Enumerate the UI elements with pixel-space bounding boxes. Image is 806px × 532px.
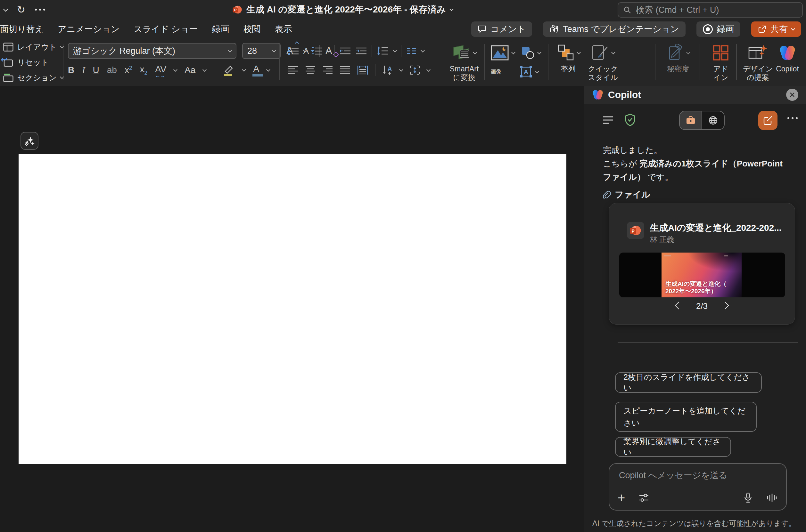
more-options-icon[interactable] [35,8,45,11]
slide-preview-strip[interactable]: 生成AIの変遷と進化（ 2022年〜2026年） [619,252,785,297]
divider [214,64,214,76]
bullets-icon[interactable] [288,46,299,56]
ai-disclaimer: AI で生成されたコンテンツは誤りを含む可能性があります。 [584,518,804,529]
highlight-color-button[interactable] [222,64,235,76]
smartart-icon [452,44,471,61]
protected-shield-icon[interactable] [624,113,636,127]
menu-icon [602,115,614,125]
divider [372,45,372,57]
distribute-text-icon[interactable] [357,65,368,75]
suggestion-add-speaker-notes[interactable]: スピーカーノートを追加してください [615,402,757,432]
record-button[interactable]: 録画 [696,21,740,37]
refresh-icon[interactable]: ↻ [17,5,25,15]
italic-button[interactable]: I [82,65,85,75]
align-center-icon[interactable] [305,65,316,75]
smartart-chevron-icon [473,50,477,54]
designer-sparkle-button[interactable] [20,132,38,150]
search-box[interactable] [618,2,803,18]
numbering-icon[interactable] [311,46,323,56]
tab-animations[interactable]: アニメーション [58,23,120,35]
line-spacing-icon[interactable] [377,46,389,56]
share-button[interactable]: 共有 [751,21,801,37]
font-color-button[interactable]: A [253,64,259,76]
picture-icon[interactable] [491,45,509,60]
next-slide-icon[interactable] [721,302,729,309]
layout-button[interactable]: レイアウト [3,40,63,54]
arrange-icon [557,44,575,61]
tab-slideshow[interactable]: スライド ショー [133,23,198,35]
search-input[interactable] [635,5,797,15]
voice-waveform-icon[interactable] [766,493,777,503]
align-text-vertical-icon[interactable] [409,65,421,75]
section-button[interactable]: セクション [3,71,63,85]
window-controls: ↻ [4,3,45,16]
shapes-icon[interactable] [521,46,535,59]
align-text-chevron-icon [426,68,431,72]
sensitivity-button[interactable]: 秘密度 [661,43,696,73]
designer-button[interactable]: デザインの提案 [741,43,775,82]
tab-review[interactable]: 校閲 [243,23,260,35]
title-chevron-down-icon[interactable] [450,7,454,11]
strikethrough-button[interactable]: ab [107,65,117,75]
addins-button[interactable]: アドイン [706,43,735,82]
tab-record[interactable]: 録画 [212,23,229,35]
columns-icon[interactable] [406,46,417,55]
work-mode-tab[interactable] [680,111,702,129]
work-web-toggle[interactable] [679,111,725,130]
align-right-icon[interactable] [322,65,333,75]
close-panel-button[interactable] [786,89,798,101]
close-icon [790,92,795,97]
file-author: 林 正義 [650,235,674,245]
underline-button[interactable]: U [93,65,99,75]
character-spacing-button[interactable]: AV←→ [155,64,166,76]
comments-button[interactable]: コメント [471,21,532,37]
document-title[interactable]: P 生成 AI の変遷と進化 2022年〜2026年 - 保存済み [233,3,453,16]
preview-slide-title: 生成AIの変遷と進化（ 2022年〜2026年） [665,280,727,295]
window-chevron-down-icon[interactable] [3,6,8,12]
superscript-button[interactable]: x2 [125,65,132,75]
record-icon [703,24,713,34]
decrease-indent-icon[interactable] [340,46,351,56]
microphone-icon[interactable] [744,492,752,503]
font-size-select[interactable]: 28 [242,43,281,59]
font-name-select[interactable]: 游ゴシック Regular (本文) [68,43,236,59]
increase-indent-icon[interactable] [355,46,367,56]
add-attachment-icon[interactable]: + [618,491,625,504]
smartart-convert-button[interactable]: SmartArtに変換 [445,43,483,82]
justify-icon[interactable] [340,65,350,75]
teams-present-button[interactable]: Teams でプレゼンテーション [543,21,685,37]
slide[interactable] [19,154,566,464]
change-case-button[interactable]: Aa [184,65,196,75]
quick-styles-chevron-icon [611,50,616,54]
quick-styles-button[interactable]: クイックスタイル [585,43,621,82]
reset-button[interactable]: ↩ リセット [3,55,63,70]
previous-slide-icon[interactable] [675,302,682,309]
sparkle-icon [24,135,35,146]
copilot-ribbon-button[interactable]: Copilot [771,43,803,73]
chat-history-button[interactable] [602,115,614,125]
suggestion-create-slide2[interactable]: 2枚目のスライドを作成してください [615,372,762,393]
text-direction-icon[interactable]: A [382,65,393,75]
copilot-message-input[interactable] [618,470,773,481]
document-title-text: 生成 AI の変遷と進化 2022年〜2026年 - 保存済み [246,3,446,16]
bold-button[interactable]: B [68,65,74,75]
subscript-button[interactable]: x2 [140,64,147,76]
svg-text:P: P [234,8,237,12]
copilot-input-box[interactable]: + [609,463,787,511]
input-toolbar: + [618,491,777,504]
new-chat-button[interactable] [758,111,777,130]
arrange-button[interactable]: 整列 [552,43,584,73]
search-icon [623,6,631,14]
tab-transitions[interactable]: 面切り替え [0,23,43,35]
panel-more-options-icon[interactable] [787,117,798,119]
sensitivity-icon [667,44,684,61]
align-left-icon[interactable] [288,65,298,75]
textbox-icon[interactable]: A [519,65,532,78]
web-mode-tab[interactable] [702,111,724,129]
options-sliders-icon[interactable] [639,493,649,503]
copilot-panel-title: Copilot [608,89,641,100]
briefcase-icon [685,116,696,125]
tab-view[interactable]: 表示 [275,23,292,35]
file-attachment-card[interactable]: P 生成AIの変遷と進化_2022-202... 林 正義 生成AIの変遷と進化… [609,203,795,325]
suggestion-industry-tuning[interactable]: 業界別に微調整してください [615,437,731,457]
